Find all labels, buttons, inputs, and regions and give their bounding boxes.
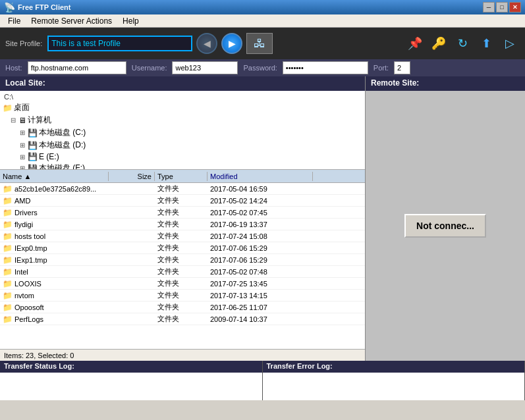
computer-icon: 🖥 [18, 116, 26, 125]
file-cell-type: 文件夹 [155, 195, 207, 206]
file-row[interactable]: 📁 PerfLogs 文件夹 2009-07-14 10:37 [0, 313, 365, 325]
tree-label-drive-f: 本地磁盘 (F:) [39, 163, 85, 170]
port-label: Port: [373, 64, 389, 72]
close-button[interactable]: ✕ [509, 2, 521, 13]
drive-e-icon: 💾 [28, 152, 38, 161]
col-size-header[interactable]: Size [109, 172, 155, 181]
folder-icon: 📁 [3, 244, 13, 253]
file-cell-name: 📁 a52cb1e0e3725a62c89... [0, 184, 109, 194]
file-cell-size [109, 259, 155, 261]
refresh-icon-btn[interactable]: ↻ [453, 34, 472, 53]
file-list-scroll[interactable]: 📁 a52cb1e0e3725a62c89... 文件夹 2017-05-04 … [0, 183, 365, 349]
file-cell-name: 📁 nvtom [0, 290, 109, 301]
key-icon-btn[interactable]: 🔑 [429, 34, 449, 53]
menu-remote-server[interactable]: Remote Server Actions [26, 15, 117, 27]
folder-icon: 📁 [3, 103, 13, 113]
tree-item-drive-f[interactable]: ⊞ 💾 本地磁盘 (F:) [1, 162, 364, 170]
tree-item-drive-e[interactable]: ⊞ 💾 E (E:) [1, 151, 364, 162]
tree-label-computer: 计算机 [28, 115, 51, 126]
file-row[interactable]: 📁 Intel 文件夹 2017-05-02 07:48 [0, 266, 365, 278]
transfer-error-header: Transfer Error Log: [263, 361, 525, 373]
file-cell-name: 📁 LOOXIS [0, 278, 109, 289]
username-input[interactable] [172, 61, 238, 74]
file-row[interactable]: 📁 hosts tool 文件夹 2017-07-24 15:08 [0, 230, 365, 242]
col-modified-header[interactable]: Modified [207, 172, 313, 181]
network-icon: 🖧 [254, 37, 265, 51]
expand-icon-c[interactable]: ⊞ [20, 129, 25, 136]
transfer-status-header: Transfer Status Log: [0, 361, 262, 373]
conn-bar: Host: Username: Password: Port: [0, 59, 525, 76]
expand-icon-computer[interactable]: ⊟ [11, 117, 16, 124]
menu-file[interactable]: File [3, 15, 26, 27]
transfer-status-panel: Transfer Status Log: [0, 361, 263, 400]
file-cell-type: 文件夹 [155, 183, 207, 194]
file-row[interactable]: 📁 a52cb1e0e3725a62c89... 文件夹 2017-05-04 … [0, 183, 365, 195]
file-row[interactable]: 📁 Opoosoft 文件夹 2017-06-25 11:07 [0, 302, 365, 313]
password-input[interactable] [283, 61, 368, 74]
items-status: Items: 23, Selected: 0 [0, 349, 365, 361]
host-input[interactable] [28, 61, 126, 74]
file-cell-modified: 2017-07-13 14:15 [207, 291, 313, 300]
file-row[interactable]: 📁 Drivers 文件夹 2017-05-02 07:45 [0, 207, 365, 219]
forward-button[interactable]: ▶ [221, 33, 242, 54]
expand-icon-f[interactable]: ⊞ [20, 165, 25, 170]
menu-help[interactable]: Help [117, 15, 144, 27]
file-cell-type: 文件夹 [155, 313, 207, 325]
file-cell-type: 文件夹 [155, 290, 207, 301]
file-row[interactable]: 📁 flydigi 文件夹 2017-06-19 13:37 [0, 219, 365, 230]
tree-item-computer[interactable]: ⊟ 🖥 计算机 [1, 114, 364, 126]
tree-item-desktop[interactable]: 📁 桌面 [1, 101, 364, 114]
file-row[interactable]: 📁 nvtom 文件夹 2017-07-13 14:15 [0, 290, 365, 302]
file-cell-size [109, 200, 155, 201]
minimize-button[interactable]: ─ [483, 2, 495, 13]
upload-icon: ⬆ [482, 36, 491, 51]
file-cell-name: 📁 Drivers [0, 207, 109, 218]
col-name-header[interactable]: Name ▲ [0, 172, 109, 181]
username-label: Username: [132, 64, 167, 72]
folder-icon: 📁 [3, 255, 13, 265]
folder-icon: 📁 [3, 267, 13, 276]
file-cell-name: 📁 PerfLogs [0, 314, 109, 325]
file-cell-modified: 2017-07-24 15:08 [207, 232, 313, 241]
col-type-header[interactable]: Type [155, 172, 207, 181]
password-label: Password: [243, 64, 277, 72]
expand-icon-d[interactable]: ⊞ [20, 142, 25, 149]
file-cell-size [109, 236, 155, 237]
upload-icon-btn[interactable]: ⬆ [476, 34, 496, 53]
tree-label-drive-c: 本地磁盘 (C:) [39, 127, 86, 138]
file-row[interactable]: 📁 LOOXIS 文件夹 2017-07-25 13:45 [0, 278, 365, 290]
tree-area[interactable]: C:\ 📁 桌面 ⊟ 🖥 计算机 ⊞ 💾 本地磁盘 (C:) ⊞ 💾 本地磁 [0, 91, 365, 170]
app-title: Free FTP Client [18, 3, 70, 11]
transfer-status-content[interactable] [0, 373, 262, 400]
file-cell-name: 📁 IExp1.tmp [0, 255, 109, 265]
remote-panel-header: Remote Site: [366, 76, 525, 91]
next-icon-btn[interactable]: ▷ [500, 34, 520, 53]
tree-item-drive-d[interactable]: ⊞ 💾 本地磁盘 (D:) [1, 139, 364, 151]
transfer-area: Transfer Status Log: Transfer Error Log: [0, 361, 525, 400]
tree-item-drive-c[interactable]: ⊞ 💾 本地磁盘 (C:) [1, 126, 364, 139]
file-cell-size [109, 248, 155, 249]
file-cell-type: 文件夹 [155, 266, 207, 277]
file-row[interactable]: 📁 AMD 文件夹 2017-05-02 14:24 [0, 195, 365, 207]
folder-icon: 📁 [3, 315, 13, 324]
maximize-button[interactable]: □ [496, 2, 508, 13]
file-row[interactable]: 📁 IExp1.tmp 文件夹 2017-07-06 15:29 [0, 254, 365, 266]
port-input[interactable] [394, 61, 410, 74]
file-row[interactable]: 📁 IExp0.tmp 文件夹 2017-07-06 15:29 [0, 242, 365, 254]
back-button[interactable]: ◀ [196, 33, 217, 54]
expand-icon-e[interactable]: ⊞ [20, 153, 25, 161]
transfer-error-content[interactable] [263, 373, 525, 400]
local-panel-header: Local Site: [0, 76, 365, 91]
file-cell-size [109, 224, 155, 225]
profile-input[interactable] [47, 36, 192, 51]
app-icon: 📡 [4, 2, 15, 13]
tree-label-desktop: 桌面 [14, 102, 30, 113]
host-label: Host: [5, 64, 22, 72]
file-cell-modified: 2017-07-06 15:29 [207, 255, 313, 265]
file-cell-name: 📁 Opoosoft [0, 302, 109, 313]
network-button[interactable]: 🖧 [246, 33, 273, 54]
file-cell-modified: 2017-05-04 16:59 [207, 184, 313, 194]
folder-icon: 📁 [3, 220, 13, 229]
file-cell-size [109, 295, 155, 296]
bookmark-icon-btn[interactable]: 📌 [405, 34, 425, 53]
